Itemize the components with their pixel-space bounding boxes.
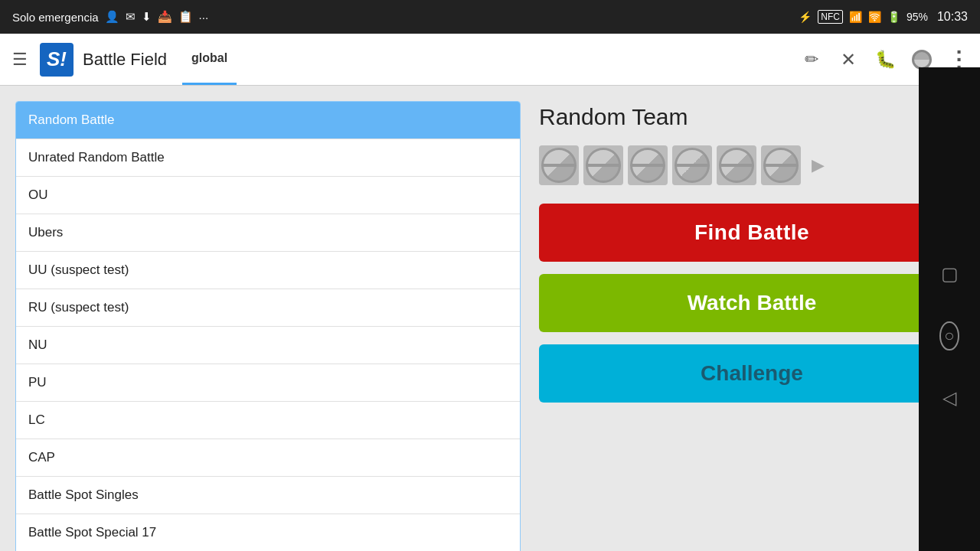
pokemon-slot-6 bbox=[761, 145, 801, 185]
app-title: Battle Field bbox=[83, 50, 167, 70]
battle-item-battle-spot-special[interactable]: Battle Spot Special 17 bbox=[16, 514, 520, 551]
clipboard-icon: 📋 bbox=[178, 10, 193, 24]
download-icon: ⬇ bbox=[142, 10, 152, 24]
bluetooth-icon: ⚡ bbox=[799, 11, 812, 23]
battle-list-panel[interactable]: Random Battle Unrated Random Battle OU U… bbox=[15, 101, 521, 551]
battle-item-uu[interactable]: UU (suspect test) bbox=[16, 252, 520, 289]
close-icon[interactable]: ✕ bbox=[833, 44, 864, 75]
battle-item-cap[interactable]: CAP bbox=[16, 439, 520, 477]
edit-icon[interactable]: ✏ bbox=[796, 44, 827, 75]
app-logo: S! bbox=[40, 43, 74, 77]
battle-item-ubers[interactable]: Ubers bbox=[16, 214, 520, 252]
logo-text: S! bbox=[47, 47, 67, 71]
pokemon-row: ▶ bbox=[539, 145, 965, 185]
time-display: 10:33 bbox=[937, 10, 968, 24]
battle-item-ru[interactable]: RU (suspect test) bbox=[16, 289, 520, 327]
app-name-status: Solo emergencia bbox=[12, 11, 99, 24]
status-right: ⚡ NFC 📶 🛜 🔋 95% 10:33 bbox=[799, 10, 968, 24]
android-home-button[interactable]: ○ bbox=[939, 321, 959, 350]
status-left: Solo emergencia 👤 ✉ ⬇ 📥 📋 ··· bbox=[12, 10, 208, 24]
app-container: ☰ S! Battle Field global ✏ ✕ 🐛 ⋮ Random … bbox=[0, 34, 980, 551]
battle-item-pu[interactable]: PU bbox=[16, 364, 520, 402]
right-panel: Random Team ▶ Find Battle Watch Battle C… bbox=[539, 101, 965, 551]
battle-item-nu[interactable]: NU bbox=[16, 327, 520, 364]
android-back-button[interactable]: ◁ bbox=[942, 387, 956, 409]
mail-icon: ✉ bbox=[126, 10, 136, 24]
find-battle-button[interactable]: Find Battle bbox=[539, 204, 965, 262]
tab-global[interactable]: global bbox=[182, 34, 237, 85]
inbox-icon: 📥 bbox=[158, 10, 172, 24]
pokemon-slot-4 bbox=[672, 145, 712, 185]
pokemon-slot-2 bbox=[583, 145, 623, 185]
pokemon-slot-3 bbox=[628, 145, 668, 185]
watch-battle-button[interactable]: Watch Battle bbox=[539, 274, 965, 332]
battle-item-lc[interactable]: LC bbox=[16, 402, 520, 439]
battle-item-random-battle[interactable]: Random Battle bbox=[16, 102, 520, 139]
content: Random Battle Unrated Random Battle OU U… bbox=[0, 86, 980, 551]
more-icon-status: ··· bbox=[199, 11, 209, 24]
signal-icon: 📶 bbox=[849, 11, 862, 23]
challenge-button[interactable]: Challenge bbox=[539, 344, 965, 403]
scroll-right-icon: ▶ bbox=[812, 155, 825, 175]
nfc-icon: NFC bbox=[818, 10, 843, 24]
battle-item-unrated[interactable]: Unrated Random Battle bbox=[16, 139, 520, 177]
android-nav-bar: ▢ ○ ◁ bbox=[919, 67, 980, 551]
battery-percent: 95% bbox=[906, 11, 928, 23]
toolbar: ☰ S! Battle Field global ✏ ✕ 🐛 ⋮ bbox=[0, 34, 980, 86]
battery-icon: 🔋 bbox=[887, 11, 900, 23]
battle-item-battle-spot-singles[interactable]: Battle Spot Singles bbox=[16, 477, 520, 514]
pokemon-slot-5 bbox=[717, 145, 756, 185]
person-icon: 👤 bbox=[105, 10, 119, 24]
wifi-icon: 🛜 bbox=[868, 11, 881, 23]
pokemon-slot-1 bbox=[539, 145, 579, 185]
status-bar: Solo emergencia 👤 ✉ ⬇ 📥 📋 ··· ⚡ NFC 📶 🛜 … bbox=[0, 0, 980, 34]
team-title: Random Team bbox=[539, 104, 965, 130]
android-square-button[interactable]: ▢ bbox=[941, 263, 959, 285]
battle-item-ou[interactable]: OU bbox=[16, 177, 520, 214]
bug-icon[interactable]: 🐛 bbox=[870, 44, 900, 75]
tab-global-label: global bbox=[191, 51, 227, 65]
hamburger-icon[interactable]: ☰ bbox=[6, 44, 34, 76]
